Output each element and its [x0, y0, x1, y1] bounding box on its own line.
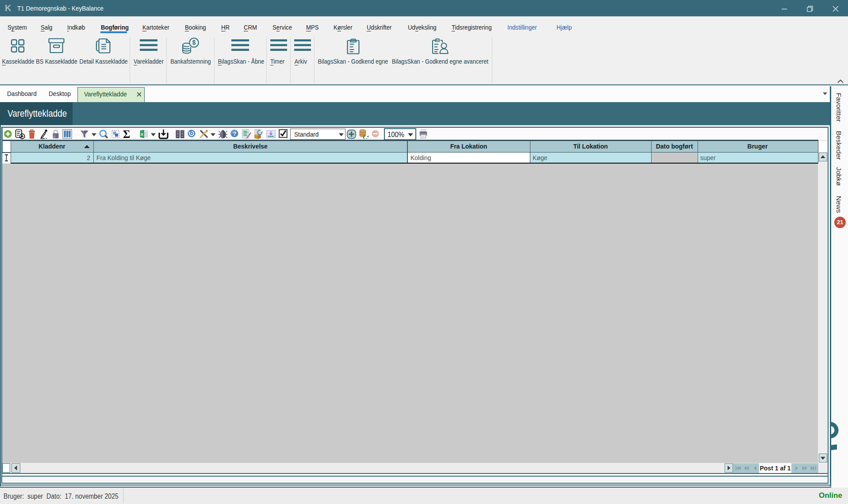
svg-text:?: ? — [233, 130, 236, 137]
svg-text:X: X — [141, 132, 143, 137]
svg-text:$: $ — [192, 39, 196, 46]
